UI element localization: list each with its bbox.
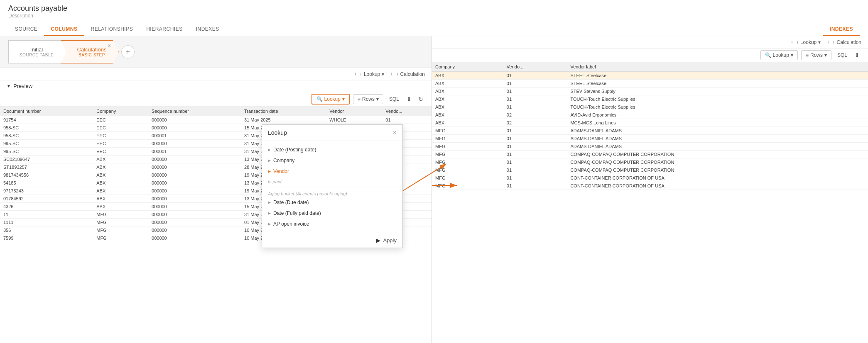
pipeline-area: Initial SOURCE TABLE Calculations BASIC … (0, 36, 432, 68)
tab-right-indexes[interactable]: INDEXES (823, 23, 860, 36)
col-header-txdate: Transaction date (241, 107, 326, 116)
table-row: MFG01ADAMS-DANIEL ADAMS (432, 127, 868, 135)
search-icon: 🔍 (316, 96, 323, 102)
col-header-company: Company (93, 107, 148, 116)
lookup-item-vendor[interactable]: ▶ Vendor (262, 166, 402, 177)
rows-icon: ≡ (358, 96, 360, 102)
add-lookup-button-left[interactable]: ＋ + Lookup ▾ (353, 71, 385, 78)
right-col-vendor-label: Vendor label (567, 62, 868, 72)
right-lookup-button[interactable]: 🔍 Lookup ▾ (760, 50, 798, 60)
add-column-bar-right: ＋ + Lookup ▾ ＋ + Calculation (432, 36, 868, 49)
lookup-popup: Lookup × ▶ Date (Posting date) ▶ Company… (262, 124, 403, 248)
expand-icon-vendor: ▶ (268, 169, 271, 173)
add-calculation-button-left[interactable]: ＋ + Calculation (389, 71, 425, 78)
lookup-item-date-paid[interactable]: ▶ Date (Fully paid date) (262, 208, 402, 219)
refresh-button[interactable]: ↻ (417, 94, 425, 104)
right-table-area: Company Vendo... Vendor label ABX01STEEL… (432, 62, 868, 343)
table-row: MFG01COMPAQ-COMPAQ COMPUTER CORPORATION (432, 158, 868, 166)
lookup-section-ispaid: Is paid (262, 177, 402, 185)
table-row: MFG01ADAMS-DANIEL ADAMS (432, 135, 868, 143)
tab-columns[interactable]: COLUMNS (44, 23, 84, 36)
right-download-button[interactable]: ⬇ (853, 50, 861, 60)
table-row: MFG01COMPAQ-COMPAQ COMPUTER CORPORATION (432, 151, 868, 158)
lookup-separator (262, 187, 402, 187)
tab-relationships[interactable]: RELATIONSHIPS (84, 23, 140, 36)
table-row: ABX01TOUCH-Touch Electric Supplies (432, 103, 868, 111)
col-header-docnum: Document number (0, 107, 93, 116)
step-calculations-name: Calculations (77, 46, 107, 53)
right-rows-icon: ≡ (806, 52, 809, 58)
table-row: ABX02MCS-MCS Long Lines (432, 119, 868, 127)
add-column-bar: ＋ + Lookup ▾ ＋ + Calculation (0, 68, 432, 80)
plus-icon-calc-r: ＋ (826, 39, 831, 46)
expand-icon-company: ▶ (268, 158, 271, 163)
plus-icon-r: ＋ (790, 39, 794, 46)
table-row: ABX01STEV-Stevens Supply (432, 88, 868, 95)
preview-chevron-icon: ▼ (7, 84, 11, 88)
table-row: MFG01ADAMS-DANIEL ADAMS (432, 143, 868, 151)
col-header-vendo: Vendo... (382, 107, 432, 116)
right-col-vendo: Vendo... (503, 62, 567, 72)
step-initial-name: Initial (30, 46, 43, 53)
table-row: 91754EEC00000031 May 2025WHOLE01 (0, 116, 432, 124)
add-lookup-button-right[interactable]: ＋ + Lookup ▾ (790, 39, 821, 46)
expand-icon-due: ▶ (268, 200, 271, 204)
tab-indexes[interactable]: INDEXES (189, 23, 226, 36)
preview-label: Preview (13, 83, 32, 89)
lookup-popup-title: Lookup (268, 129, 287, 136)
plus-icon-calc: ＋ (389, 71, 394, 78)
table-row: MFG01CONT-CONTAINER CORPORATION OF USA (432, 182, 868, 190)
lookup-button[interactable]: 🔍 Lookup ▾ (311, 94, 350, 105)
expand-icon-paid: ▶ (268, 211, 271, 215)
table-row: ABX01STEEL-Steelcase (432, 80, 868, 88)
add-step-button[interactable]: + (121, 45, 135, 58)
right-data-table: Company Vendo... Vendor label ABX01STEEL… (432, 62, 868, 190)
lookup-popup-header: Lookup × (262, 125, 402, 141)
page-title: Accounts payable (8, 4, 860, 13)
page-subtitle: Description (8, 13, 860, 19)
lookup-section-aging: Aging bucket (Accounts payable aging) (262, 189, 402, 197)
apply-label: Apply (383, 237, 397, 243)
tabs-bar: SOURCE COLUMNS RELATIONSHIPS HIERARCHIES… (0, 23, 868, 36)
add-calculation-button-right[interactable]: ＋ + Calculation (826, 39, 861, 46)
col-header-seqnum: Sequence number (148, 107, 241, 116)
right-search-icon: 🔍 (765, 52, 771, 58)
lookup-close-button[interactable]: × (393, 129, 397, 136)
table-row: ABX01TOUCH-Touch Electric Supplies (432, 95, 868, 103)
lookup-item-ap-invoice[interactable]: ▶ AP open invoice (262, 219, 402, 229)
preview-header[interactable]: ▼ Preview (0, 80, 432, 92)
right-sql-button[interactable]: SQL (835, 51, 850, 60)
rows-button[interactable]: ≡ Rows ▾ (353, 94, 383, 104)
lookup-item-date-posting[interactable]: ▶ Date (Posting date) (262, 144, 402, 155)
step-calculations[interactable]: Calculations BASIC STEP × (61, 40, 119, 63)
right-col-company: Company (432, 62, 503, 72)
expand-icon: ▶ (268, 148, 271, 152)
tab-hierarchies[interactable]: HIERARCHIES (140, 23, 189, 36)
lookup-item-company[interactable]: ▶ Company (262, 155, 402, 166)
lookup-footer: ▶ Apply (262, 233, 402, 248)
preview-toolbar: 🔍 Lookup ▾ ≡ Rows ▾ SQL ⬇ ↻ (0, 92, 432, 107)
col-header-vendor: Vendor (326, 107, 382, 116)
tab-source[interactable]: SOURCE (8, 23, 44, 36)
step-calculations-type: BASIC STEP (78, 53, 105, 57)
step-initial[interactable]: Initial SOURCE TABLE (8, 40, 66, 63)
table-row: ABX01STEEL-Steelcase (432, 72, 868, 80)
step-close-icon[interactable]: × (108, 42, 111, 49)
apply-button[interactable]: ▶ Apply (376, 237, 397, 243)
table-row: MFG01CONT-CONTAINER CORPORATION OF USA (432, 174, 868, 182)
plus-icon: ＋ (353, 71, 358, 78)
right-rows-button[interactable]: ≡ Rows ▾ (801, 50, 831, 60)
download-button[interactable]: ⬇ (405, 94, 413, 104)
table-row: MFG01COMPAQ-COMPAQ COMPUTER CORPORATION (432, 166, 868, 174)
lookup-item-date-due[interactable]: ▶ Date (Due date) (262, 197, 402, 208)
step-initial-type: SOURCE TABLE (20, 53, 54, 57)
sql-button[interactable]: SQL (387, 95, 402, 104)
expand-icon-ap: ▶ (268, 222, 271, 226)
lookup-tree: ▶ Date (Posting date) ▶ Company ▶ Vendor… (262, 141, 402, 233)
table-row: ABX02AVID-Avid Ergonomics (432, 111, 868, 119)
play-icon: ▶ (376, 237, 380, 243)
right-toolbar: 🔍 Lookup ▾ ≡ Rows ▾ SQL ⬇ (432, 49, 868, 62)
